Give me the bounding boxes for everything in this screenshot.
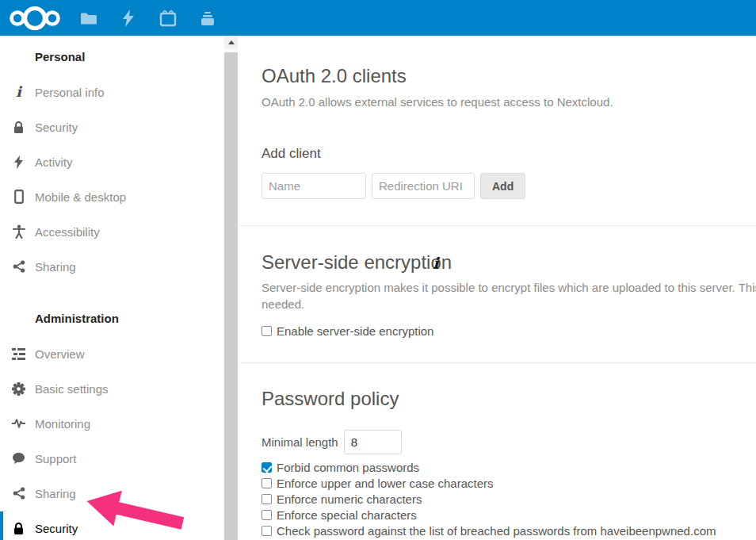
phone-icon [12, 189, 25, 205]
sidebar-item-label: Monitoring [35, 417, 90, 431]
sidebar-item-label: Support [35, 452, 77, 465]
minimal-length-row: Minimal length [262, 430, 402, 454]
sidebar-item-security-personal[interactable]: Security [0, 117, 222, 136]
scrollbar-thumb[interactable] [224, 52, 238, 540]
sidebar-item-activity[interactable]: Activity [0, 152, 222, 171]
add-client-heading: Add client [262, 146, 321, 162]
settings-content: OAuth 2.0 clients OAuth 2.0 allows exter… [238, 0, 756, 540]
settings-sidebar: Personal i Personal info Security Activi… [0, 36, 238, 540]
sidebar-item-label: Security [35, 522, 78, 535]
checkbox-icon[interactable] [262, 494, 272, 504]
checkbox-icon[interactable] [262, 462, 272, 473]
checkbox-label: Forbid common passwords [277, 461, 419, 474]
forbid-common-passwords-row[interactable]: Forbid common passwords [262, 461, 419, 474]
checkbox-label: Enforce special characters [277, 508, 417, 522]
redirection-uri-input[interactable] [372, 173, 475, 199]
checkbox-label: Check password against the list of breac… [277, 524, 716, 538]
password-policy-section-title: Password policy [262, 388, 399, 410]
sidebar-item-sharing-personal[interactable]: Sharing [0, 257, 222, 276]
section-divider [239, 362, 756, 363]
lightning-icon[interactable] [119, 9, 138, 28]
enforce-case-row[interactable]: Enforce upper and lower case characters [262, 477, 493, 490]
oauth-description: OAuth 2.0 allows external services to re… [262, 95, 613, 109]
chat-icon [12, 450, 25, 466]
sidebar-item-monitoring[interactable]: Monitoring [0, 414, 222, 433]
checkbox-label: Enforce upper and lower case characters [277, 477, 493, 490]
checkbox-label: Enable server-side encryption [277, 324, 433, 338]
encryption-section-title: Server-side encryption [262, 251, 452, 274]
check-hibp-row[interactable]: Check password against the list of breac… [262, 524, 716, 538]
encryption-description-line2: needed. [262, 297, 304, 311]
sidebar-item-label: Sharing [35, 487, 76, 500]
checkbox-icon[interactable] [262, 326, 272, 336]
info-icon: i [12, 84, 25, 100]
lock-icon [12, 520, 25, 536]
sidebar-item-basic-settings[interactable]: Basic settings [0, 379, 222, 398]
oauth-section-title: OAuth 2.0 clients [262, 65, 407, 87]
lock-icon [12, 119, 25, 135]
info-icon[interactable]: i [433, 254, 439, 273]
nextcloud-logo[interactable] [8, 4, 62, 33]
add-client-form: Add [262, 173, 525, 199]
checkbox-icon[interactable] [262, 478, 272, 488]
nextcloud-settings-page: Personal i Personal info Security Activi… [0, 0, 756, 540]
share-icon [12, 259, 25, 274]
folder-icon[interactable] [79, 9, 98, 28]
scrollbar-up-button[interactable] [224, 36, 238, 49]
sidebar-item-sharing-admin[interactable]: Sharing [0, 484, 222, 503]
sidebar-item-accessibility[interactable]: Accessibility [0, 222, 222, 241]
gear-icon [12, 381, 25, 396]
enforce-numeric-row[interactable]: Enforce numeric characters [262, 492, 422, 506]
chevron-up-icon [228, 40, 235, 44]
minimal-length-input[interactable] [344, 430, 402, 454]
sidebar-item-security-admin[interactable]: Security [0, 519, 222, 538]
section-divider [239, 225, 756, 226]
add-client-button[interactable]: Add [480, 173, 525, 199]
sidebar-item-label: Basic settings [35, 382, 109, 396]
sidebar-item-mobile-desktop[interactable]: Mobile & desktop [0, 187, 222, 206]
minimal-length-label: Minimal length [262, 435, 338, 449]
checkbox-icon[interactable] [262, 510, 272, 520]
encryption-description-line1: Server-side encryption makes it possible… [262, 281, 756, 294]
enable-encryption-checkbox-row[interactable]: Enable server-side encryption [262, 324, 433, 338]
lightning-icon [12, 154, 25, 170]
active-item-indicator [0, 511, 3, 540]
list-icon [12, 346, 25, 362]
share-icon [12, 485, 25, 501]
calendar-icon[interactable] [158, 9, 178, 28]
accessibility-icon [12, 224, 25, 239]
sidebar-item-label: Overview [35, 347, 85, 361]
checkbox-label: Enforce numeric characters [277, 492, 422, 506]
sidebar-scrollbar[interactable] [224, 36, 238, 540]
sidebar-item-label: Activity [35, 155, 73, 169]
checkbox-icon[interactable] [262, 526, 272, 536]
app-launcher [79, 9, 217, 28]
pulse-icon [12, 416, 25, 431]
sidebar-section-administration: Administration [35, 312, 119, 325]
sidebar-section-personal: Personal [35, 50, 85, 63]
client-name-input[interactable] [262, 173, 366, 199]
sidebar-item-label: Mobile & desktop [35, 190, 126, 204]
sidebar-item-support[interactable]: Support [0, 449, 222, 468]
sidebar-item-label: Personal info [35, 86, 105, 99]
sidebar-item-label: Security [35, 121, 78, 134]
sidebar-item-label: Accessibility [35, 225, 100, 239]
enforce-special-row[interactable]: Enforce special characters [262, 508, 417, 522]
sidebar-item-personal-info[interactable]: i Personal info [0, 82, 222, 101]
sidebar-item-overview[interactable]: Overview [0, 344, 222, 363]
deck-icon[interactable] [198, 9, 217, 28]
sidebar-item-label: Sharing [35, 260, 76, 274]
